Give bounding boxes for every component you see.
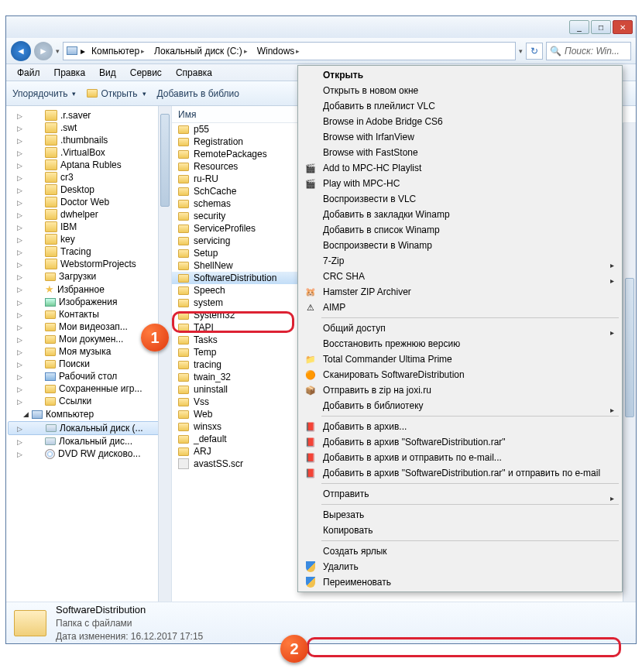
context-item[interactable]: 🎬Play with MPC-HC (300, 176, 620, 191)
back-button[interactable]: ◄ (11, 41, 31, 61)
context-item[interactable]: Открыть (300, 67, 620, 83)
context-item[interactable]: CRC SHA (300, 269, 620, 284)
tree-item[interactable]: ▷★Избранное (6, 283, 171, 296)
expand-icon[interactable]: ▷ (17, 149, 24, 156)
context-item[interactable]: 📕Добавить в архив "SoftwareDistribution.… (300, 465, 620, 481)
context-item[interactable]: Добавить в библиотеку (300, 398, 620, 413)
expand-icon[interactable]: ▷ (17, 125, 24, 132)
tree-item[interactable]: ▷Изображения (6, 296, 171, 308)
context-item[interactable]: Добавить в список Winamp (300, 222, 620, 238)
context-item[interactable]: Создать ярлык (300, 543, 620, 559)
expand-icon[interactable]: ▷ (17, 451, 24, 458)
tree-item[interactable]: ▷Ссылки (6, 395, 171, 407)
expand-icon[interactable]: ▷ (17, 336, 24, 343)
context-item[interactable]: Добавить в закладки Winamp (300, 207, 620, 222)
expand-icon[interactable]: ▷ (17, 199, 24, 206)
expand-icon[interactable]: ▷ (17, 162, 24, 169)
tree-drive[interactable]: ▷DVD RW дисково... (6, 447, 171, 460)
expand-icon[interactable]: ▷ (17, 273, 24, 280)
open-button[interactable]: Открыть (87, 88, 146, 99)
menu-file[interactable]: Файл (11, 66, 46, 80)
expand-icon[interactable]: ▷ (17, 187, 24, 194)
expand-icon[interactable]: ▷ (17, 348, 24, 355)
menu-edit[interactable]: Правка (48, 66, 92, 80)
crumb-computer[interactable]: Компьютер▸ (88, 46, 148, 57)
tree-item[interactable]: ▷Рабочий стол (6, 370, 171, 382)
tree-drive[interactable]: ▷Локальный дис... (6, 435, 171, 447)
addlib-button[interactable]: Добавить в библио (157, 88, 239, 99)
context-item[interactable]: 📕Добавить в архив... (300, 419, 620, 434)
context-item[interactable]: 📕Добавить в архив и отправить по e-mail.… (300, 450, 620, 465)
expand-icon[interactable]: ▷ (17, 299, 24, 306)
tree-computer[interactable]: ◢Компьютер (6, 407, 171, 421)
expand-icon[interactable]: ▷ (17, 373, 24, 380)
menu-view[interactable]: Вид (93, 66, 122, 80)
expand-icon[interactable]: ▷ (17, 261, 24, 268)
tree-item[interactable]: ▷Aptana Rubles (6, 159, 171, 171)
context-item[interactable]: Удалить (300, 559, 620, 574)
context-item[interactable]: 🐹Hamster ZIP Archiver (300, 284, 620, 300)
context-item[interactable]: Открыть в новом окне (300, 83, 620, 98)
tree-item[interactable]: ▷.thumbnails (6, 134, 171, 146)
context-item[interactable]: Добавить в плейлист VLC (300, 98, 620, 114)
list-scrollbar[interactable] (623, 123, 636, 602)
context-item[interactable]: 📁Total Commander Ultima Prime (300, 351, 620, 367)
tree-item[interactable]: ▷.r.saver (6, 109, 171, 122)
menu-help[interactable]: Справка (170, 66, 218, 80)
context-item[interactable]: Вырезать (300, 507, 620, 523)
close-button[interactable]: ✕ (613, 20, 633, 34)
context-item[interactable]: ⚠AIMP (300, 300, 620, 315)
search-input[interactable]: 🔍 Поиск: Win... (546, 42, 631, 60)
expand-icon[interactable]: ▷ (17, 324, 24, 331)
context-item[interactable]: 📕Добавить в архив "SoftwareDistribution.… (300, 434, 620, 450)
maximize-button[interactable]: □ (591, 20, 611, 34)
menu-tools[interactable]: Сервис (124, 66, 168, 80)
tree-item[interactable]: ▷cr3 (6, 171, 171, 183)
expand-icon[interactable]: ▷ (17, 398, 24, 405)
expand-icon[interactable]: ▷ (17, 137, 24, 144)
context-item[interactable]: Browse with IrfanView (300, 129, 620, 145)
tree-drive[interactable]: ▷Локальный диск (... (8, 421, 170, 435)
context-item[interactable]: Отправить (300, 486, 620, 502)
tree-item[interactable]: ▷Поиски (6, 358, 171, 370)
tree-item[interactable]: ▷Загрузки (6, 270, 171, 283)
expand-icon[interactable]: ▷ (17, 224, 24, 231)
tree-item[interactable]: ▷.swt (6, 122, 171, 134)
crumb-drive[interactable]: Локальный диск (C:)▸ (151, 46, 251, 57)
tree-item[interactable]: ▷Сохраненные игр... (6, 382, 171, 395)
refresh-button[interactable]: ↻ (526, 43, 543, 60)
tree-item[interactable]: ▷Контакты (6, 308, 171, 321)
context-item[interactable]: Воспроизвести в Winamp (300, 238, 620, 253)
nav-tree[interactable]: ▷.r.saver▷.swt▷.thumbnails▷.VirtualBox▷A… (6, 106, 172, 602)
crumb-windows[interactable]: Windows▸ (254, 46, 304, 57)
context-item[interactable]: Копировать (300, 523, 620, 538)
expand-icon[interactable]: ▷ (17, 211, 24, 218)
tree-item[interactable]: ▷Tracing (6, 245, 171, 258)
expand-icon[interactable]: ▷ (17, 249, 24, 255)
context-item[interactable]: Воспроизвести в VLC (300, 191, 620, 207)
tree-item[interactable]: ▷key (6, 233, 171, 245)
expand-icon[interactable]: ▷ (17, 174, 24, 181)
tree-item[interactable]: ▷WebstormProjects (6, 258, 171, 270)
context-item[interactable]: Переименовать (300, 574, 620, 590)
expand-icon[interactable]: ▷ (17, 425, 24, 432)
context-item[interactable]: 7-Zip (300, 253, 620, 269)
expand-icon[interactable]: ▷ (17, 438, 24, 445)
context-item[interactable]: 🎬Add to MPC-HC Playlist (300, 160, 620, 176)
expand-icon[interactable]: ▷ (17, 386, 24, 393)
expand-icon[interactable]: ▷ (17, 311, 24, 318)
expand-icon[interactable]: ▷ (17, 361, 24, 368)
context-item[interactable]: 📦Отправить в zip на joxi.ru (300, 382, 620, 398)
organize-button[interactable]: Упорядочить (12, 88, 76, 99)
forward-button[interactable]: ► (34, 42, 53, 60)
expand-icon[interactable]: ▷ (17, 236, 24, 243)
expand-icon[interactable]: ▷ (17, 112, 24, 119)
tree-item[interactable]: ▷Doctor Web (6, 196, 171, 208)
breadcrumb[interactable]: ▸ Компьютер▸ Локальный диск (C:)▸ Window… (63, 42, 516, 60)
collapse-icon[interactable]: ◢ (23, 410, 29, 418)
tree-item[interactable]: ▷IBM (6, 221, 171, 233)
context-item[interactable]: Browse in Adobe Bridge CS6 (300, 114, 620, 129)
minimize-button[interactable]: _ (569, 20, 589, 34)
tree-item[interactable]: ▷Desktop (6, 183, 171, 196)
tree-scrollbar[interactable] (158, 106, 171, 602)
